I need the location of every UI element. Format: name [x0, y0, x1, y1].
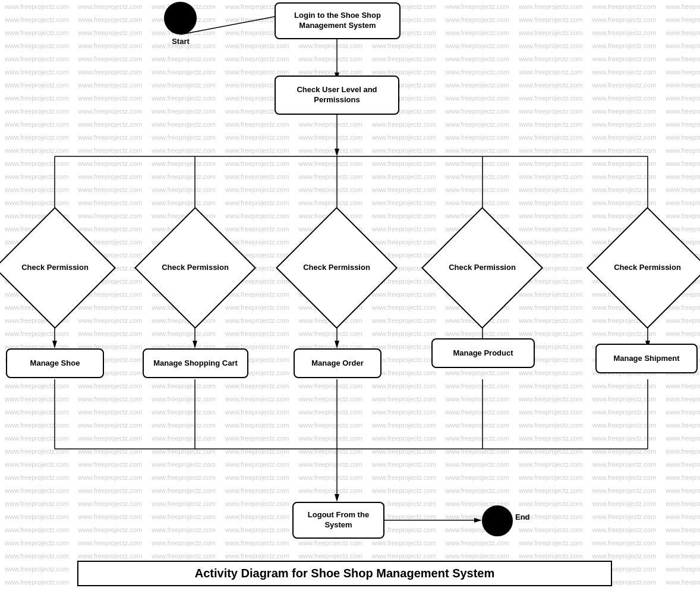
- check-permission-label-3: Check Permission: [294, 225, 380, 311]
- manage-product-box: Manage Product: [431, 338, 535, 368]
- end-label: End: [515, 513, 530, 523]
- logout-box: Logout From the System: [292, 502, 384, 539]
- manage-shoe-box: Manage Shoe: [6, 348, 104, 378]
- manage-shopping-cart-box: Manage Shopping Cart: [143, 348, 248, 378]
- login-box: Login to the Shoe Shop Management System: [275, 2, 401, 39]
- start-circle: [164, 2, 197, 34]
- bottom-title: Activity Diagram for Shoe Shop Managemen…: [77, 561, 612, 586]
- manage-shipment-box: Manage Shipment: [595, 344, 698, 373]
- check-permission-label-4: Check Permission: [439, 225, 525, 311]
- start-label: Start: [162, 37, 200, 47]
- check-permission-label-5: Check Permission: [604, 225, 690, 311]
- diagram-canvas: Start Login to the Shoe Shop Management …: [0, 0, 700, 591]
- check-permission-label-1: Check Permission: [12, 225, 98, 311]
- check-permission-label-2: Check Permission: [152, 225, 238, 311]
- check-user-box: Check User Level and Permissions: [275, 76, 399, 115]
- end-circle: [482, 505, 513, 536]
- manage-order-box: Manage Order: [294, 348, 381, 378]
